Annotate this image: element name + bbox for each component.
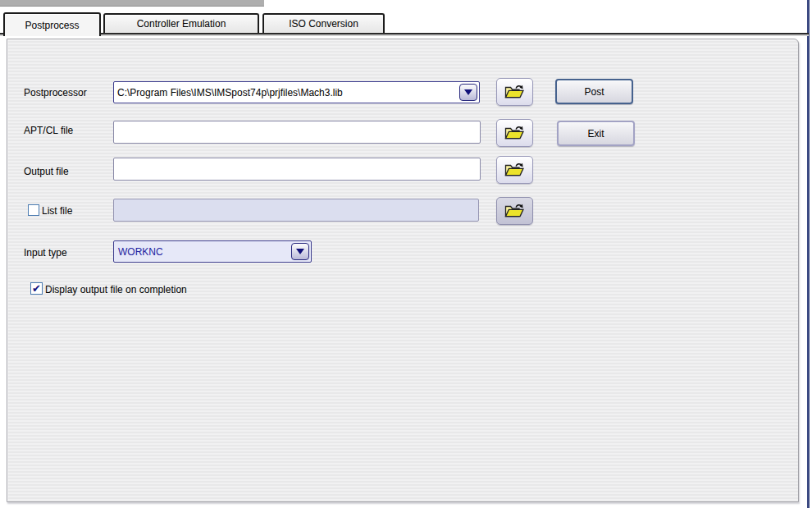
exit-button-label: Exit (587, 128, 604, 140)
window-top-strip (0, 0, 264, 7)
tab-label: Postprocess (25, 20, 79, 31)
folder-open-icon (504, 161, 526, 179)
tab-label: Controller Emulation (137, 18, 226, 30)
postprocessor-input[interactable] (114, 82, 459, 103)
browse-list-file-button[interactable] (496, 197, 533, 225)
browse-output-button[interactable] (496, 156, 533, 184)
postprocessor-combobox (113, 81, 480, 103)
tab-iso-conversion[interactable]: ISO Conversion (262, 13, 385, 33)
display-output-checkbox[interactable]: ✔ (30, 282, 43, 295)
input-type-combobox[interactable]: WORKNC (113, 240, 312, 263)
output-file-label: Output file (24, 165, 69, 178)
input-type-value: WORKNC (114, 246, 291, 258)
list-file-label: List file (42, 204, 72, 217)
postprocess-panel: Postprocessor Post APT/CL file (7, 39, 799, 502)
chevron-down-icon (464, 89, 472, 95)
list-file-input[interactable] (113, 199, 479, 222)
folder-open-icon (504, 202, 526, 220)
tab-underline (0, 33, 809, 34)
tab-controller-emulation[interactable]: Controller Emulation (103, 13, 259, 33)
tab-label: ISO Conversion (289, 18, 358, 30)
folder-open-icon (504, 124, 526, 142)
input-type-dropdown-button[interactable] (291, 243, 309, 260)
display-output-label: Display output file on completion (45, 283, 187, 296)
postprocessor-dropdown-button[interactable] (459, 84, 477, 101)
postprocessor-label: Postprocessor (24, 86, 87, 99)
folder-open-icon (504, 83, 526, 101)
chevron-down-icon (296, 249, 304, 254)
checkmark: ✔ (32, 283, 41, 294)
browse-postprocessor-button[interactable] (496, 78, 533, 106)
apt-cl-input[interactable] (113, 121, 481, 144)
post-button-label: Post (584, 86, 604, 98)
output-file-input[interactable] (113, 158, 481, 181)
postprocess-window: Postprocess Controller Emulation ISO Con… (0, 0, 812, 508)
list-file-checkbox[interactable] (28, 204, 39, 216)
apt-cl-label: APT/CL file (24, 124, 73, 137)
tab-postprocess[interactable]: Postprocess (3, 12, 101, 36)
input-type-label: Input type (24, 246, 67, 259)
window-right-border (807, 0, 810, 508)
exit-button[interactable]: Exit (557, 121, 635, 146)
browse-apt-cl-button[interactable] (496, 119, 533, 147)
post-button[interactable]: Post (555, 79, 633, 104)
